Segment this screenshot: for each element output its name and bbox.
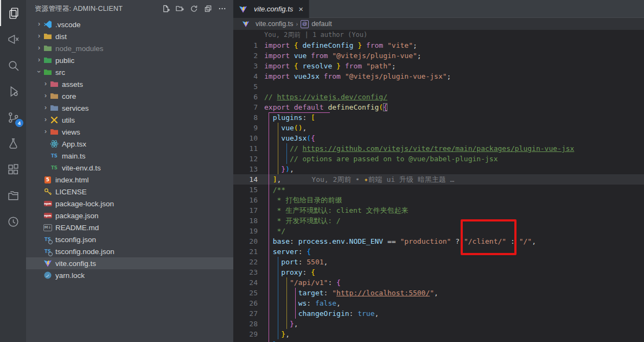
- code-line-20[interactable]: 20 base: process.env.NODE_ENV == "produc…: [233, 236, 644, 246]
- folder-icon: [43, 68, 52, 77]
- code-line-19[interactable]: 19 */: [233, 226, 644, 236]
- tree-item-vite.config.ts[interactable]: vite.config.ts: [26, 257, 233, 269]
- code-line-13[interactable]: 13 }),: [233, 164, 644, 174]
- tree-item-dist[interactable]: ›dist: [26, 30, 233, 42]
- gutter-spacer: [258, 112, 264, 123]
- code-line-5[interactable]: 5: [233, 81, 644, 92]
- code-line-16[interactable]: 16 * 打包给目录的前缀: [233, 195, 644, 205]
- code-line-15[interactable]: 15 /**: [233, 185, 644, 195]
- breadcrumb-file[interactable]: vite.config.ts: [256, 20, 293, 28]
- refresh-button[interactable]: [188, 2, 201, 15]
- code-editor[interactable]: You, 2周前 | 1 author (You) 1import { defi…: [233, 30, 644, 342]
- tree-item-src[interactable]: ›src: [26, 66, 233, 78]
- activity-item-clock[interactable]: [0, 208, 26, 235]
- line-number: 17: [233, 205, 258, 216]
- code-text: // https://vitejs.dev/config/: [264, 92, 387, 102]
- more-button[interactable]: [216, 2, 229, 15]
- code-line-14[interactable]: 14 ],You, 2周前 • ✦前端 ui 升级 暗黑主题 …: [233, 174, 644, 185]
- activity-item-explorer[interactable]: [0, 0, 26, 26]
- close-icon[interactable]: ×: [298, 5, 303, 13]
- tree-item-package.json[interactable]: npmpackage.json: [26, 210, 233, 221]
- tree-item-package-lock.json[interactable]: npmpackage-lock.json: [26, 198, 233, 210]
- code-text: vueJsx({: [264, 133, 315, 143]
- code-text: * 打包给目录的前缀: [264, 195, 342, 205]
- line-number: 5: [233, 81, 258, 92]
- code-line-2[interactable]: 2import vue from "@vitejs/plugin-vue";: [233, 50, 644, 61]
- tree-item-README.md[interactable]: M↓README.md: [26, 221, 233, 233]
- tree-item-yarn.lock[interactable]: yarn.lock: [26, 269, 233, 281]
- code-line-8[interactable]: 8 plugins: [: [233, 112, 644, 123]
- line-number: 3: [233, 61, 258, 71]
- activity-item-search[interactable]: [0, 52, 26, 78]
- tree-item-label: services: [62, 104, 89, 112]
- code-line-28[interactable]: 28 },: [233, 319, 644, 329]
- tree-item-label: node_modules: [55, 45, 104, 53]
- tree-item-label: public: [55, 56, 74, 65]
- code-line-7[interactable]: 7export default defineConfig({: [233, 102, 644, 112]
- code-line-22[interactable]: 22 port: 5501,: [233, 257, 644, 267]
- gutter-spacer: [258, 339, 264, 342]
- code-line-21[interactable]: 21 server: {: [233, 246, 644, 257]
- code-line-30[interactable]: 30 },: [233, 339, 644, 342]
- code-line-23[interactable]: 23 proxy: {: [233, 267, 644, 277]
- code-line-4[interactable]: 4import vueJsx from "@vitejs/plugin-vue-…: [233, 71, 644, 81]
- activity-item-file-manager[interactable]: [0, 182, 26, 208]
- line-number: 28: [233, 319, 258, 329]
- gutter-spacer: [258, 195, 264, 205]
- tree-item-vite-env.d.ts[interactable]: TSvite-env.d.ts: [26, 162, 233, 174]
- breadcrumb-symbol[interactable]: default: [311, 20, 332, 28]
- tree-item-main.ts[interactable]: TSmain.ts: [26, 150, 233, 162]
- gutter-spacer: [258, 50, 264, 61]
- code-line-11[interactable]: 11 // https://github.com/vitejs/vite/tre…: [233, 143, 644, 154]
- code-line-9[interactable]: 9 vue(),: [233, 123, 644, 133]
- code-text: "/api/v1": {: [264, 277, 341, 288]
- tree-item-utils[interactable]: ›utils: [26, 114, 233, 126]
- activity-item-extensions[interactable]: [0, 156, 26, 182]
- npm-icon: npm: [43, 211, 52, 220]
- tree-item-public[interactable]: ›public: [26, 54, 233, 66]
- tree-item-core[interactable]: ›core: [26, 90, 233, 102]
- code-line-17[interactable]: 17 * 生产环境默认: client 文件夹包起来: [233, 205, 644, 216]
- new-folder-button[interactable]: [174, 2, 187, 15]
- tree-item-tsconfig.node.json[interactable]: TStsconfig.node.json: [26, 245, 233, 257]
- tree-item-index.html[interactable]: 5index.html: [26, 174, 233, 186]
- tree-item-node_modules[interactable]: ›node_modules: [26, 42, 233, 54]
- tab-vite-config[interactable]: vite.config.ts ×: [233, 0, 309, 18]
- tree-item-tsconfig.json[interactable]: TStsconfig.json: [26, 233, 233, 245]
- activity-item-source-control[interactable]: 4: [0, 104, 26, 130]
- code-line-12[interactable]: 12 // options are passed on to @vue/babe…: [233, 154, 644, 164]
- tree-item-App.tsx[interactable]: App.tsx: [26, 138, 233, 150]
- activity-item-megaphone[interactable]: [0, 26, 26, 52]
- vite-icon: [239, 5, 247, 14]
- tree-item-services[interactable]: ›services: [26, 102, 233, 114]
- activity-item-run-debug[interactable]: [0, 78, 26, 104]
- code-line-18[interactable]: 18 * 开发环境默认: /: [233, 216, 644, 226]
- folder-icon: [50, 104, 59, 112]
- code-line-1[interactable]: 1import { defineConfig } from "vite";: [233, 40, 644, 50]
- tree-item-assets[interactable]: ›assets: [26, 78, 233, 90]
- code-line-29[interactable]: 29 },: [233, 329, 644, 339]
- collapse-all-button[interactable]: [202, 2, 215, 15]
- code-text: import { defineConfig } from "vite";: [264, 40, 417, 50]
- gutter-spacer: [258, 81, 264, 92]
- code-line-10[interactable]: 10 vueJsx({: [233, 133, 644, 143]
- tree-item-views[interactable]: ›views: [26, 126, 233, 138]
- gutter-spacer: [258, 61, 264, 71]
- line-number: 4: [233, 71, 258, 81]
- code-text: port: 5501,: [264, 257, 328, 267]
- code-line-6[interactable]: 6// https://vitejs.dev/config/: [233, 92, 644, 102]
- code-text: * 开发环境默认: /: [264, 216, 341, 226]
- tree-item-LICENSE[interactable]: LICENSE: [26, 186, 233, 198]
- activity-item-testing[interactable]: [0, 130, 26, 156]
- gutter-spacer: [258, 185, 264, 195]
- tab-label: vite.config.ts: [254, 5, 293, 13]
- new-file-button[interactable]: [160, 2, 173, 15]
- code-line-3[interactable]: 3import { resolve } from "path";: [233, 61, 644, 71]
- code-line-24[interactable]: 24 "/api/v1": {: [233, 277, 644, 288]
- line-number: 18: [233, 216, 258, 226]
- line-number: 1: [233, 40, 258, 50]
- folder-icon: [50, 128, 59, 136]
- collapse-all-icon: [204, 4, 213, 13]
- tree-item-.vscode[interactable]: ›.vscode: [26, 18, 233, 30]
- line-number: 11: [233, 143, 258, 154]
